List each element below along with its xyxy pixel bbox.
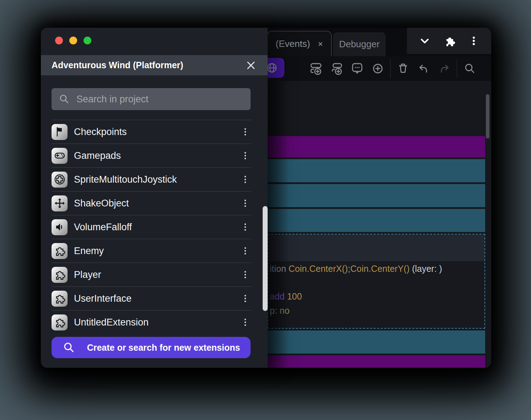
item-menu-button[interactable] [241,199,250,208]
event-row[interactable] [268,209,485,232]
add-circle-icon [370,61,386,76]
extension-name: Checkpoints [74,126,127,138]
extension-name: Player [74,269,101,280]
drawer-title: Adventurous Wind (Platformer) [52,60,183,70]
list-item[interactable]: Checkpoints [52,120,251,144]
add-comment-icon [349,61,365,76]
window-actions [407,28,491,54]
event-condition-area[interactable] [268,235,484,261]
close-window-button[interactable] [55,37,63,44]
tab-debugger-label: Debugger [339,39,380,50]
move-arrows-icon [52,195,68,211]
tab-events-label: (Events) [276,38,310,49]
list-item[interactable]: SpriteMultitouchJoystick [52,168,251,192]
search-box[interactable] [52,88,251,110]
search-icon [462,61,477,76]
tab-events[interactable]: (Events) × [267,31,332,56]
event-row[interactable] [268,355,485,368]
search-icon [58,93,70,105]
search-icon [62,341,75,354]
add-comment-button[interactable] [347,56,368,81]
add-event-icon [308,61,324,76]
toolbar-divider [390,59,391,78]
item-menu-button[interactable] [241,175,250,184]
extension-name: ShakeObject [74,198,129,209]
flag-icon [52,124,68,140]
list-item[interactable]: VolumeFalloff [52,215,251,239]
search-button[interactable] [459,56,480,81]
item-menu-button[interactable] [241,151,250,160]
event-action-text: p: no [270,306,290,316]
create-extension-button[interactable]: Create or search for new extensions [52,337,251,358]
extension-name: UserInterface [74,293,132,304]
list-item[interactable]: UntitledExtension [52,311,251,334]
traffic-lights [55,37,91,44]
event-row[interactable] [268,184,485,207]
search-input[interactable] [76,93,244,105]
event-row[interactable] [268,159,485,182]
drawer-scrollbar[interactable] [263,206,268,311]
toolbar-buttons [306,56,480,81]
add-subevent-icon [329,61,344,76]
event-row[interactable] [268,330,485,354]
extension-name: Enemy [74,246,104,257]
create-extension-label: Create or search for new extensions [87,343,240,353]
delete-button[interactable] [393,56,413,81]
list-item[interactable]: Player [52,263,251,287]
selected-event[interactable]: ition Coin.CenterX();Coin.CenterY() (lay… [268,234,485,329]
delete-icon [395,61,411,76]
gamepad-icon [52,148,68,164]
minimize-window-button[interactable] [69,37,77,44]
puzzle-icon [52,267,68,283]
add-circle-button[interactable] [368,56,388,81]
puzzle-icon [52,314,68,330]
item-menu-button[interactable] [241,246,250,255]
event-action-text: ition Coin.CenterX();Coin.CenterY() (lay… [270,264,442,274]
extension-name: SpriteMultitouchJoystick [74,174,177,185]
puzzle-icon [52,291,68,307]
item-menu-button[interactable] [241,270,250,279]
add-subevent-button[interactable] [326,56,347,81]
editor-window: (Events) × Debugger ition Coin.CenterX()… [41,28,491,368]
event-action-text: add 100 [270,291,302,302]
toolbar-divider [457,59,457,78]
close-tab-icon[interactable]: × [318,40,323,48]
drawer-header: Adventurous Wind (Platformer) [41,55,268,75]
extensions-puzzle-icon[interactable] [442,34,457,48]
list-item[interactable]: UserInterface [52,287,251,311]
item-menu-button[interactable] [241,294,250,303]
event-row[interactable] [268,136,485,157]
chevron-down-icon[interactable] [418,34,431,47]
close-icon[interactable] [246,60,256,71]
volume-icon [52,219,68,235]
item-menu-button[interactable] [241,222,250,232]
undo-icon [416,61,431,76]
kebab-menu-icon[interactable] [468,35,480,47]
list-item[interactable]: Enemy [52,239,251,263]
tab-debugger[interactable]: Debugger [333,32,386,56]
extension-name: VolumeFalloff [74,222,132,233]
undo-button[interactable] [413,56,434,81]
joystick-icon [52,172,68,188]
redo-button[interactable] [434,56,455,81]
add-event-button[interactable] [306,56,326,81]
extensions-drawer: Adventurous Wind (Platformer) Checkpoint… [41,28,268,368]
extensions-list: CheckpointsGamepadsSpriteMultitouchJoyst… [52,120,251,334]
list-item[interactable]: Gamepads [52,144,251,168]
puzzle-icon [52,243,68,259]
event-rows: ition Coin.CenterX();Coin.CenterY() (lay… [268,136,485,368]
events-scrollbar[interactable] [486,94,489,139]
zoom-window-button[interactable] [84,37,91,44]
extension-name: Gamepads [74,150,121,161]
item-menu-button[interactable] [241,318,250,327]
extension-name: UntitledExtension [74,317,149,328]
item-menu-button[interactable] [241,127,250,136]
list-item[interactable]: ShakeObject [52,192,251,215]
redo-icon [436,61,452,76]
